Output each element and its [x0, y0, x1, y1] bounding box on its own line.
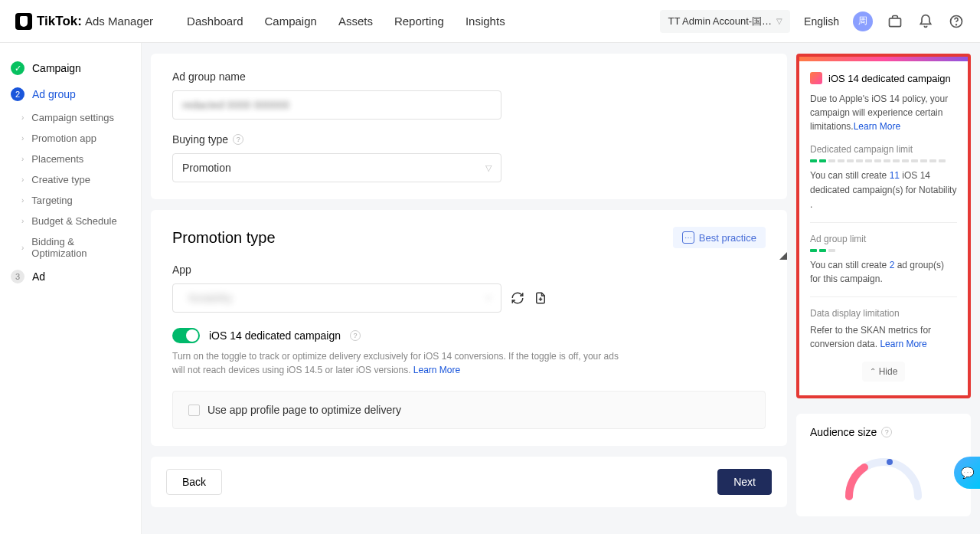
brand-sub: Ads Manager: [85, 15, 153, 28]
ad-group-name-label: Ad group name: [172, 70, 766, 83]
next-button[interactable]: Next: [717, 469, 772, 495]
panel-intro: Due to Apple's iOS 14 policy, your campa…: [810, 92, 957, 133]
chevron-down-icon: ▽: [485, 163, 492, 173]
campaign-limit-count: 11: [890, 170, 900, 181]
sidebar-step3-label: Ad: [32, 270, 45, 283]
help-tooltip-icon[interactable]: [881, 427, 892, 437]
app-select[interactable]: Notability ▽: [172, 283, 501, 313]
nav-campaign[interactable]: Campaign: [265, 15, 317, 28]
brand-logo[interactable]: TikTok: Ads Manager: [15, 13, 153, 30]
ad-group-name-card: Ad group name redacted 0000 000000 Buyin…: [151, 54, 787, 199]
profile-page-checkbox-label: Use app profile page to optimize deliver…: [207, 404, 401, 416]
hide-button[interactable]: ⌃ Hide: [862, 362, 906, 382]
buying-type-value: Promotion: [182, 162, 231, 174]
sidebar-sub-placements[interactable]: ›Placements: [0, 149, 141, 169]
chevron-right-icon: ›: [21, 244, 24, 252]
chevron-right-icon: ›: [21, 134, 24, 143]
sidebar: Campaign 2 Ad group ›Campaign settings ›…: [0, 43, 142, 534]
business-center-icon[interactable]: [887, 13, 903, 30]
panel-body: iOS 14 dedicated campaign Due to Apple's…: [799, 61, 968, 395]
profile-page-checkbox-row[interactable]: Use app profile page to optimize deliver…: [188, 404, 750, 416]
panel-sec1-title: Dedicated campaign limit: [810, 144, 957, 155]
chevron-right-icon: ›: [21, 217, 24, 225]
promotion-type-card: Promotion type Best practice App Notabil…: [151, 210, 787, 446]
app-row: Notability ▽: [172, 283, 766, 313]
checkbox-icon[interactable]: [188, 405, 200, 416]
panel-sec3-text: Refer to the SKAN metrics for conversion…: [810, 323, 957, 351]
brand-name: TikTok:: [37, 14, 82, 29]
ios14-toggle[interactable]: [172, 328, 200, 343]
audience-gauge: [838, 450, 929, 504]
nav-reporting[interactable]: Reporting: [394, 15, 444, 28]
refresh-icon[interactable]: [511, 291, 524, 305]
panel-sec3-link[interactable]: Learn More: [880, 339, 926, 349]
panel-sec2-text: You can still create 2 ad group(s) for t…: [810, 258, 957, 286]
panel-divider: [810, 222, 957, 223]
help-tooltip-icon[interactable]: [233, 134, 243, 145]
best-practice-button[interactable]: Best practice: [673, 227, 766, 248]
nav-assets[interactable]: Assets: [338, 15, 373, 28]
account-label: TT Admin Account-国…: [668, 15, 772, 28]
campaign-limit-dashes: [810, 159, 957, 162]
promotion-type-title: Promotion type: [172, 229, 276, 247]
sidebar-sub-campaign-settings[interactable]: ›Campaign settings: [0, 107, 141, 128]
step-number-icon: 3: [11, 270, 24, 283]
panel-sec1-text: You can still create 11 iOS 14 dedicated…: [810, 169, 957, 211]
buying-type-label: Buying type: [172, 133, 766, 146]
sidebar-sub-bidding[interactable]: ›Bidding & Optimization: [0, 231, 141, 264]
learn-more-link[interactable]: Learn More: [413, 365, 460, 375]
ad-group-name-value: redacted 0000 000000: [182, 99, 289, 111]
ios14-info-panel: iOS 14 dedicated campaign Due to Apple's…: [796, 54, 971, 398]
panel-divider: [810, 296, 957, 297]
corner-triangle-icon: [779, 252, 787, 260]
sidebar-sub-creative-type[interactable]: ›Creative type: [0, 169, 141, 190]
chevron-down-icon: ▽: [485, 293, 492, 303]
audience-size-card: Audience size: [796, 414, 971, 516]
sidebar-step2-label: Ad group: [32, 88, 76, 100]
ios14-toggle-row: iOS 14 dedicated campaign: [172, 328, 766, 343]
add-document-icon[interactable]: [534, 291, 547, 305]
nav-insights[interactable]: Insights: [466, 15, 505, 28]
sidebar-sub-promotion-app[interactable]: ›Promotion app: [0, 128, 141, 149]
sidebar-step-ad[interactable]: 3 Ad: [0, 264, 141, 290]
notification-icon[interactable]: [917, 13, 934, 30]
nav-right: TT Admin Account-国… ▽ English 周: [660, 10, 965, 33]
nav-dashboard[interactable]: Dashboard: [187, 15, 243, 28]
scroll-area[interactable]: Ad group name redacted 0000 000000 Buyin…: [151, 43, 787, 534]
panel-sec3-title: Data display limitation: [810, 308, 957, 319]
app-value: Notability: [188, 292, 233, 304]
audience-size-title: Audience size: [810, 426, 877, 438]
collapse-icon: ⌃: [870, 367, 876, 375]
help-tooltip-icon[interactable]: [350, 330, 361, 341]
footer-row: Back Next: [151, 457, 787, 507]
best-practice-icon: [682, 231, 694, 244]
svg-rect-0: [890, 18, 901, 26]
ad-group-name-input[interactable]: redacted 0000 000000: [172, 90, 501, 120]
ios14-badge-icon: [810, 72, 822, 84]
tiktok-logo-icon: [15, 13, 32, 30]
chat-fab[interactable]: [954, 457, 980, 489]
ios14-toggle-label: iOS 14 dedicated campaign: [209, 329, 341, 342]
chevron-down-icon: ▽: [776, 17, 782, 25]
sidebar-step-adgroup[interactable]: 2 Ad group: [0, 81, 141, 107]
avatar[interactable]: 周: [853, 11, 873, 31]
panel-sec2-title: Ad group limit: [810, 234, 957, 244]
sidebar-step-campaign[interactable]: Campaign: [0, 55, 141, 81]
language-select[interactable]: English: [804, 15, 839, 28]
back-button[interactable]: Back: [166, 469, 222, 495]
audience-size-title-row: Audience size: [810, 426, 957, 438]
account-select[interactable]: TT Admin Account-国… ▽: [660, 10, 790, 33]
chevron-right-icon: ›: [21, 196, 24, 205]
right-column: iOS 14 dedicated campaign Due to Apple's…: [796, 43, 980, 534]
sidebar-sub-targeting[interactable]: ›Targeting: [0, 190, 141, 211]
help-icon[interactable]: [948, 13, 965, 30]
buying-type-select[interactable]: Promotion ▽: [172, 153, 501, 182]
sidebar-step1-label: Campaign: [32, 62, 81, 74]
top-nav: TikTok: Ads Manager Dashboard Campaign A…: [0, 0, 980, 43]
adgroup-limit-dashes: [810, 249, 957, 252]
profile-page-checkbox-card: Use app profile page to optimize deliver…: [172, 391, 766, 429]
panel-learn-more-link[interactable]: Learn More: [854, 121, 900, 132]
sidebar-sub-budget-schedule[interactable]: ›Budget & Schedule: [0, 211, 141, 231]
nav-links: Dashboard Campaign Assets Reporting Insi…: [187, 15, 505, 28]
promotion-type-title-row: Promotion type Best practice: [172, 227, 766, 248]
